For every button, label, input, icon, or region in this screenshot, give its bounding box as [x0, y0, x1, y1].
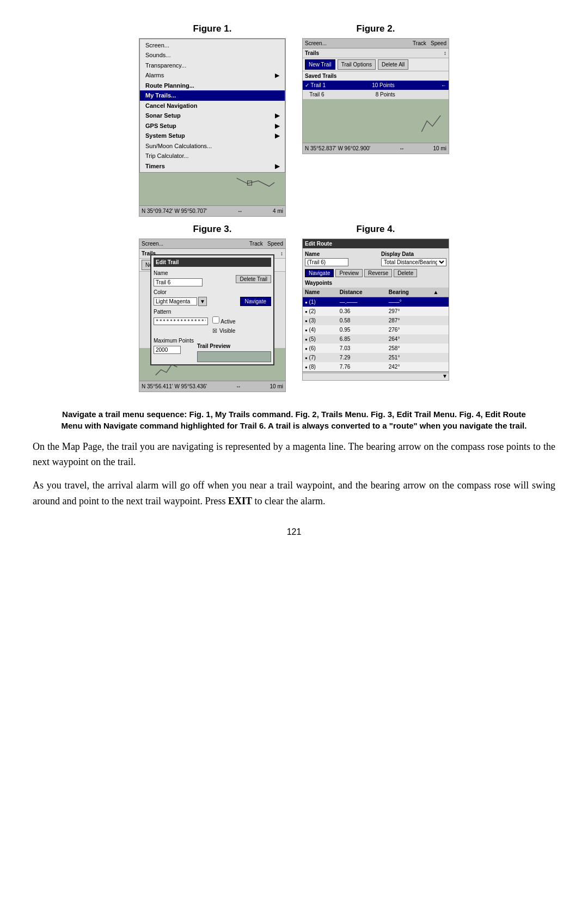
- fig3-trail-preview-label: Trail Preview: [197, 342, 271, 350]
- fig3-color-dropdown[interactable]: ▼: [198, 297, 207, 306]
- figures-row-bottom: Figure 3. Screen... Track Speed Trails ↕…: [139, 222, 449, 392]
- fig2-topbar: Screen... Track Speed: [303, 39, 449, 48]
- fig4-display-data-select[interactable]: Total Distance/Bearing: [381, 258, 446, 266]
- menu-item-sunmoon[interactable]: Sun/Moon Calculations...: [140, 141, 285, 151]
- fig4-waypoints-table: Name Distance Bearing ▲ ● (1) —.—— ——° ●…: [303, 288, 449, 371]
- fig4-col-distance: Distance: [338, 288, 387, 297]
- menu-item-my-trails[interactable]: My Trails...: [140, 90, 285, 101]
- fig4-delete-btn[interactable]: Delete: [394, 269, 417, 277]
- table-row[interactable]: ● (1) —.—— ——°: [303, 297, 449, 307]
- fig4-col-scroll: ▲: [431, 288, 449, 297]
- fig2-trail-row-6[interactable]: Trail 6 8 Points: [303, 90, 449, 99]
- fig4-display-data-label: Display Data: [381, 250, 446, 258]
- fig4-btn-row: Navigate Preview Reverse Delete: [303, 268, 449, 278]
- fig4-preview-btn[interactable]: Preview: [335, 269, 363, 277]
- fig2-menubar: New Trail Trail Options Delete All: [303, 58, 449, 71]
- fig3-name-label: Name: [154, 269, 232, 277]
- fig3-active-checkbox[interactable]: [212, 316, 219, 323]
- fig3-bottom-bar: N 35°56.411' W 95°53.436' ↔ 10 mi: [139, 381, 285, 392]
- fig2-trail-row-1[interactable]: ✓ Trail 1 10 Points ←: [303, 81, 449, 90]
- fig3-coords: N 35°56.411' W 95°53.436': [142, 382, 207, 390]
- menu-item-sounds[interactable]: Sounds...: [140, 50, 285, 60]
- body-para-1: On the Map Page, the trail you are navig…: [33, 439, 555, 471]
- figure-1-block: Figure 1. Screen... Sounds... Transparen…: [139, 22, 286, 217]
- fig3-distance: 10 mi: [270, 382, 283, 390]
- body-para-2: As you travel, the arrival alarm will go…: [33, 478, 555, 509]
- menu-item-system[interactable]: System Setup▶: [140, 131, 285, 141]
- fig1-map-area: [139, 173, 285, 205]
- fig4-col-name: Name: [303, 288, 338, 297]
- menu-item-sonar[interactable]: Sonar Setup▶: [140, 111, 285, 121]
- fig2-coords: N 35°52.837' W 96°02.900': [305, 144, 370, 152]
- figure-3: Screen... Track Speed Trails ↕ New Trail…: [139, 239, 286, 392]
- table-row[interactable]: ● (3) 0.58 287°: [303, 316, 449, 325]
- caption: Navigate a trail menu sequence: Fig. 1, …: [54, 408, 534, 431]
- fig3-visible-row: ☒ Visible: [154, 327, 271, 335]
- figure-4-label: Figure 4.: [357, 222, 395, 236]
- fig2-distance: 10 mi: [433, 144, 446, 152]
- menu-item-screen[interactable]: Screen...: [140, 40, 285, 51]
- table-row[interactable]: ● (7) 7.29 251°: [303, 353, 449, 362]
- fig2-screen: Screen...: [305, 39, 327, 47]
- fig3-name-input[interactable]: [154, 278, 203, 286]
- fig4-name-row: Name Display Data Total Distance/Bearing: [303, 248, 449, 268]
- table-row[interactable]: ● (5) 6.85 264°: [303, 334, 449, 344]
- fig2-trails-header: Trails ↕: [303, 48, 449, 58]
- figures-container: Figure 1. Screen... Sounds... Transparen…: [33, 22, 555, 398]
- fig4-title-bar: Edit Route: [303, 239, 449, 248]
- fig3-max-points-input[interactable]: [154, 346, 181, 354]
- figure-2-block: Figure 2. Screen... Track Speed Trails ↕…: [302, 22, 449, 217]
- menu-item-trip[interactable]: Trip Calculator...: [140, 151, 285, 161]
- fig1-menu: Screen... Sounds... Transparency... Alar…: [139, 39, 285, 173]
- figures-row-top: Figure 1. Screen... Sounds... Transparen…: [139, 22, 449, 217]
- fig4-reverse-btn[interactable]: Reverse: [364, 269, 392, 277]
- table-row[interactable]: ● (2) 0.36 297°: [303, 307, 449, 316]
- fig2-track-speed: Track Speed: [413, 39, 446, 47]
- figure-1-label: Figure 1.: [193, 22, 232, 36]
- table-row[interactable]: ● (6) 7.03 258°: [303, 344, 449, 353]
- fig3-color-label: Color: [154, 288, 237, 296]
- fig3-dialog-title: Edit Trail: [154, 258, 271, 267]
- figure-3-block: Figure 3. Screen... Track Speed Trails ↕…: [139, 222, 286, 392]
- fig2-btn-trail-options[interactable]: Trail Options: [338, 59, 376, 70]
- fig4-scrollbar-bottom: ▼: [303, 371, 449, 374]
- fig1-bottom-bar: N 35°09.742' W 95°50.707' ↔ 4 mi: [139, 205, 285, 216]
- fig4-waypoints-label: Waypoints: [303, 278, 449, 288]
- menu-item-gps[interactable]: GPS Setup▶: [140, 121, 285, 131]
- menu-item-cancel-nav[interactable]: Cancel Navigation: [140, 101, 285, 111]
- fig3-screen: Screen...: [142, 240, 163, 248]
- fig3-max-points-label: Maximum Points: [154, 337, 194, 345]
- fig1-distance: 4 mi: [273, 207, 283, 215]
- exit-bold: EXIT: [228, 496, 252, 506]
- figure-2-label: Figure 2.: [357, 22, 395, 36]
- table-row[interactable]: ● (4) 0.95 276°: [303, 325, 449, 334]
- figure-4-block: Figure 4. Edit Route Name Display Data T…: [302, 222, 449, 392]
- figure-2: Screen... Track Speed Trails ↕ New Trail…: [302, 38, 449, 154]
- table-row[interactable]: ● (8) 7.76 242°: [303, 362, 449, 371]
- fig2-bottom-bar: N 35°52.837' W 96°02.900' ↔ 10 mi: [303, 143, 449, 154]
- fig3-delete-trail-btn[interactable]: Delete Trail: [236, 275, 271, 283]
- menu-item-alarms[interactable]: Alarms▶: [140, 70, 285, 81]
- figure-1: Screen... Sounds... Transparency... Alar…: [139, 38, 286, 217]
- fig4-name-label: Name: [305, 250, 348, 258]
- fig3-pattern-label: Pattern: [154, 308, 271, 316]
- fig2-saved-trails-label: Saved Trails: [303, 71, 449, 81]
- fig4-name-input[interactable]: [305, 258, 348, 266]
- fig2-btn-delete-all[interactable]: Delete All: [378, 59, 408, 70]
- menu-item-route-planning[interactable]: Route Planning...: [140, 81, 285, 91]
- fig2-btn-new-trail[interactable]: New Trail: [305, 59, 335, 70]
- fig2-map-area: [303, 99, 449, 143]
- fig3-edit-trail-dialog: Edit Trail Name Delete Trail Color: [150, 254, 274, 366]
- fig3-navigate-btn[interactable]: Navigate: [240, 297, 271, 306]
- page-number: 121: [33, 526, 555, 539]
- fig1-coords: N 35°09.742' W 95°50.707': [142, 207, 207, 215]
- figure-3-label: Figure 3.: [193, 222, 232, 236]
- figure-4: Edit Route Name Display Data Total Dista…: [302, 239, 449, 381]
- fig4-navigate-btn[interactable]: Navigate: [305, 269, 334, 277]
- fig3-topbar: Screen... Track Speed: [139, 239, 285, 249]
- menu-item-timers[interactable]: Timers▶: [140, 161, 285, 172]
- menu-item-transparency[interactable]: Transparency...: [140, 60, 285, 71]
- fig4-col-bearing: Bearing: [387, 288, 431, 297]
- fig3-color-input: [154, 297, 197, 306]
- fig3-trail-preview-bar: [197, 351, 271, 362]
